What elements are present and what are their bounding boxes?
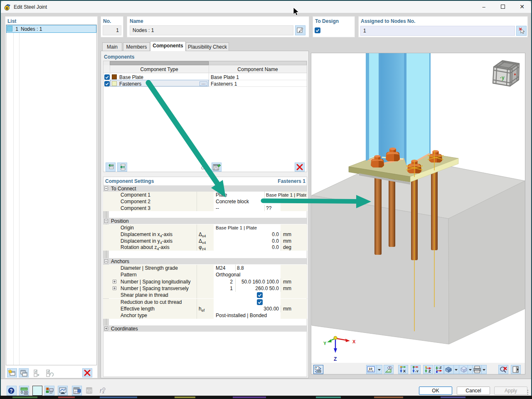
svg-text:-Y: -Y (415, 369, 419, 373)
svg-text:6: 6 (6, 6, 8, 10)
svg-text:Y: Y (323, 341, 327, 346)
svg-text:?: ? (10, 388, 12, 394)
svg-text:·y: ·y (500, 75, 505, 81)
svg-text:10: 10 (369, 367, 372, 371)
svg-text:-Z: -Z (438, 366, 442, 369)
svg-text:A: A (47, 387, 49, 390)
svg-text:f: f (100, 388, 102, 394)
svg-text:x: x (102, 390, 105, 394)
svg-text:Z: Z (334, 356, 337, 362)
svg-text:Z: Z (429, 369, 431, 373)
svg-text:0.00: 0.00 (21, 390, 28, 394)
svg-text:X: X (352, 339, 356, 344)
svg-text:X: X (403, 369, 406, 373)
